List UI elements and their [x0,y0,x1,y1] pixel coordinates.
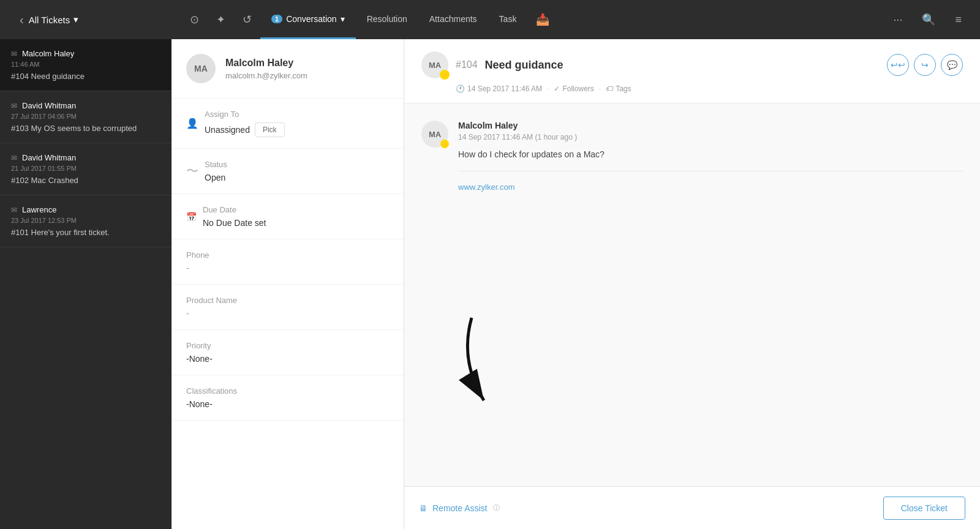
back-button[interactable]: ‹ [15,8,29,32]
ticket-time: 11:46 AM [11,61,160,68]
middle-panel: MA Malcolm Haley malcolm.h@zylker.com 👤 … [172,39,404,529]
search-icon-btn[interactable]: 🔍 [913,8,944,31]
tab-task[interactable]: Task [488,0,528,39]
conversation-area: MA ⚡ Malcolm Haley 14 Sep 2017 11:46 AM … [404,103,980,486]
more-icon: ··· [893,13,902,26]
ticket-title-row: MA ⚡ #104 Need guidance [421,51,887,78]
pick-button[interactable]: Pick [255,122,285,137]
bottom-bar: 🖥 Remote Assist ⓘ Close Ticket [404,486,980,529]
nav-right: ··· 🔍 ≡ [884,8,970,31]
tab-conversation[interactable]: 1 Conversation ▾ [260,0,356,39]
ticket-header: MA ⚡ #104 Need guidance 🕐 14 Sep 2017 11… [404,39,980,103]
status-icon: 〜 [186,163,198,179]
ticket-subject: #103 My OS seems to be corrupted [11,124,160,133]
lightning-badge: ⚡ [440,70,450,80]
note-button[interactable]: 💬 [941,54,963,76]
envelope-icon: ✉ [11,102,17,110]
action-icons: ↩↩ ↪ 💬 [887,54,963,76]
ticket-item-104[interactable]: ✉ Malcolm Haley 11:46 AM #104 Need guida… [0,39,171,91]
contact-info: Malcolm Haley malcolm.h@zylker.com [225,58,307,80]
message-body: How do I check for updates on a Mac? [458,148,963,161]
status-section: 〜 Status Open [172,149,404,194]
tag-icon: ⊙ [190,13,199,26]
message-item: MA ⚡ Malcolm Haley 14 Sep 2017 11:46 AM … [421,121,963,192]
top-navigation: ‹ All Tickets ▾ ⊙ ✦ ↺ 1 Conversation ▾ R… [0,0,980,39]
remote-assist-label: Remote Assist [432,503,487,513]
contact-header: MA Malcolm Haley malcolm.h@zylker.com [172,54,404,99]
menu-icon: ≡ [955,13,962,26]
inbox-icon-btn[interactable]: 📥 [527,8,558,31]
dropdown-icon: ▾ [74,14,78,25]
reply-all-button[interactable]: ↩↩ [887,54,909,76]
all-tickets-button[interactable]: All Tickets ▾ [29,14,79,25]
classifications-section: Classifications -None- [172,375,404,421]
history-icon-btn[interactable]: ↺ [234,8,260,31]
tab-conversation-label: Conversation [286,14,337,24]
search-icon: 🔍 [922,13,935,26]
tab-attachments[interactable]: Attachments [418,0,488,39]
calendar-icon: 📅 [186,212,197,222]
assign-to-row: Unassigned Pick [205,122,389,137]
tags-meta[interactable]: 🏷 Tags [606,84,631,93]
message-divider [458,171,963,171]
ticket-item-102[interactable]: ✉ David Whitman 21 Jul 2017 01:55 PM #10… [0,143,171,195]
ticket-avatar-initials: MA [429,61,441,70]
clock-icon: 🕐 [456,84,465,93]
message-time: 14 Sep 2017 11:46 AM (1 hour ago ) [458,133,963,141]
ticket-item-header: ✉ David Whitman [11,153,160,162]
ticket-subject: #101 Here's your first ticket. [11,228,160,237]
envelope-icon: ✉ [11,154,17,162]
note-icon: 💬 [947,60,957,70]
main-layout: ✉ Malcolm Haley 11:46 AM #104 Need guida… [0,39,980,529]
priority-section: Priority -None- [172,330,404,375]
tab-task-label: Task [499,14,517,24]
msg-avatar-initials: MA [429,130,441,139]
ticket-item-103[interactable]: ✉ David Whitman 27 Jul 2017 04:06 PM #10… [0,91,171,143]
forward-button[interactable]: ↪ [914,54,936,76]
ticket-meta: 🕐 14 Sep 2017 11:46 AM · ✓ Followers · 🏷… [421,84,887,93]
ticket-sender-name: Lawrence [22,205,56,214]
remote-assist-button[interactable]: 🖥 Remote Assist ⓘ [419,503,500,513]
right-panel: MA ⚡ #104 Need guidance 🕐 14 Sep 2017 11… [404,39,980,529]
check-icon: ✓ [554,84,560,93]
phone-label: Phone [186,250,389,260]
status-value: Open [205,173,227,182]
message-sender: Malcolm Haley [458,121,963,130]
history-icon: ↺ [243,13,252,26]
followers-meta[interactable]: ✓ Followers [554,84,594,93]
message-avatar: MA ⚡ [421,121,448,148]
tab-resolution[interactable]: Resolution [356,0,418,39]
bulb-icon-btn[interactable]: ✦ [208,8,234,31]
ticket-sender-name: David Whitman [22,101,76,110]
phone-value: - [186,263,389,273]
envelope-icon: ✉ [11,206,17,214]
assign-icon: 👤 [186,118,198,129]
message-content: Malcolm Haley 14 Sep 2017 11:46 AM (1 ho… [458,121,963,192]
menu-icon-btn[interactable]: ≡ [946,9,970,31]
ticket-item-101[interactable]: ✉ Lawrence 23 Jul 2017 12:53 PM #101 Her… [0,195,171,247]
tab-resolution-label: Resolution [367,14,407,24]
assign-to-section: 👤 Assign To Unassigned Pick [172,99,404,149]
due-date-label: Due Date [203,205,266,214]
tab-attachments-label: Attachments [429,14,477,24]
info-icon: ⓘ [493,503,500,512]
message-link[interactable]: www.zylker.com [458,182,514,192]
status-label: Status [205,160,227,169]
priority-value: -None- [186,354,389,364]
more-icon-btn[interactable]: ··· [884,9,911,31]
all-tickets-label: All Tickets [29,15,70,25]
forward-icon: ↪ [921,60,929,70]
product-name-value: - [186,309,389,318]
nav-left: ‹ All Tickets ▾ [10,8,181,32]
inbox-icon: 📥 [536,13,549,26]
nav-center: ⊙ ✦ ↺ 1 Conversation ▾ Resolution Attach… [181,0,884,39]
ticket-time: 23 Jul 2017 12:53 PM [11,217,160,224]
ticket-item-header: ✉ Lawrence [11,205,160,214]
close-ticket-button[interactable]: Close Ticket [883,497,965,520]
contact-email: malcolm.h@zylker.com [225,71,307,80]
product-name-section: Product Name - [172,285,404,330]
ticket-item-header: ✉ David Whitman [11,101,160,110]
ticket-title: Need guidance [485,59,564,72]
tag-icon-btn[interactable]: ⊙ [181,8,208,31]
ticket-time: 27 Jul 2017 04:06 PM [11,113,160,120]
